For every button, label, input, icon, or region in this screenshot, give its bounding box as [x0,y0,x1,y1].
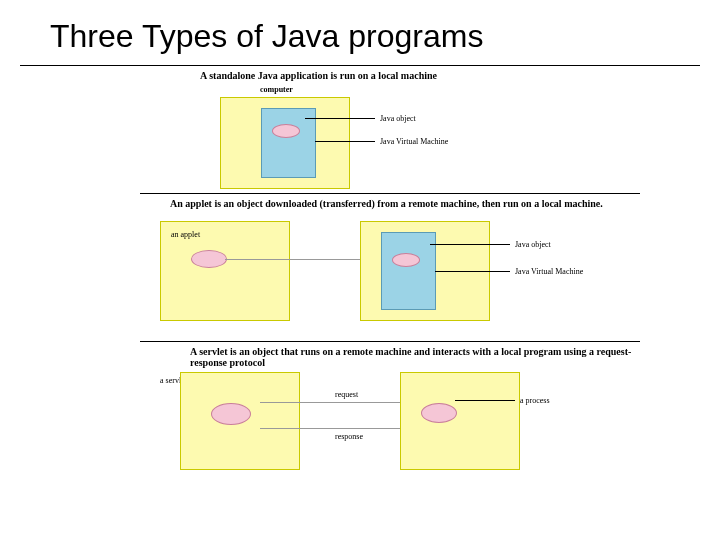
local-jvm-box [381,232,436,310]
section-servlet: A servlet is an object that runs on a re… [140,342,640,482]
diagram-content: A standalone Java application is run on … [20,66,700,526]
section-standalone: A standalone Java application is run on … [140,66,640,194]
local-java-object-oval [392,253,420,267]
servlet-remote-box [180,372,300,470]
lead-process [455,400,515,401]
jvm-label-2: Java Virtual Machine [515,267,583,276]
process-label: a process [520,396,550,405]
process-oval [421,403,457,423]
page-title: Three Types of Java programs [20,0,700,66]
java-object-label-2: Java object [515,240,551,249]
section-applet: An applet is an object downloaded (trans… [140,194,640,342]
lead-java-object-2 [430,244,510,245]
section1-heading: A standalone Java application is run on … [140,66,640,83]
response-label: response [335,432,363,441]
lead-jvm-2 [435,271,510,272]
servlet-oval [211,403,251,425]
response-arrow [260,428,415,429]
java-object-oval [272,124,300,138]
request-arrow [260,402,415,403]
java-object-label: Java object [380,114,416,123]
section3-heading: A servlet is an object that runs on a re… [140,342,640,370]
lead-jvm [315,141,375,142]
servlet-local-box [400,372,520,470]
request-label: request [335,390,358,399]
applet-oval [191,250,227,268]
applet-label: an applet [171,230,200,239]
remote-machine-box: an applet [160,221,290,321]
computer-label: computer [260,85,293,94]
computer-box [220,97,350,189]
section2-heading: An applet is an object downloaded (trans… [140,194,640,211]
jvm-label: Java Virtual Machine [380,137,448,146]
lead-java-object [305,118,375,119]
